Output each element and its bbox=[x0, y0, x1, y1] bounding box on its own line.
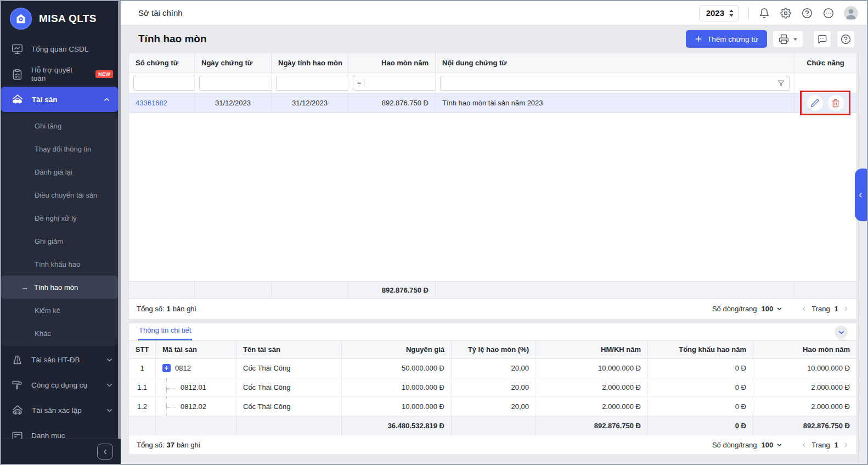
sidebar-item-tai-san-xac-lap[interactable]: Tài sản xác lập bbox=[1, 397, 121, 423]
prev-page-button[interactable] bbox=[801, 442, 807, 448]
asset-row[interactable]: 1.1 0812.01 Cốc Thái Công 10.000.000 Đ 2… bbox=[129, 378, 856, 397]
submenu-item-tinh-hao-mon[interactable]: → Tính hao mòn bbox=[1, 276, 118, 299]
submenu-item-thay-doi-thong-tin[interactable]: Thay đổi thông tin bbox=[1, 137, 118, 160]
asset-name: Cốc Thái Công bbox=[236, 397, 342, 416]
filter-ngay-chung-tu-input[interactable] bbox=[204, 76, 272, 90]
settings-gear-icon[interactable] bbox=[780, 7, 792, 19]
more-options-icon[interactable] bbox=[822, 7, 835, 19]
detail-panel: Thông tin chi tiết STT Mã tài sản Tên tà… bbox=[128, 323, 857, 454]
user-avatar[interactable] bbox=[844, 6, 858, 20]
page-label: Trang bbox=[811, 441, 830, 449]
asset-row[interactable]: 1.2 0812.02 Cốc Thái Công 10.000.000 Đ 2… bbox=[129, 397, 856, 416]
sidebar-collapse-button[interactable] bbox=[97, 444, 113, 460]
add-voucher-button[interactable]: Thêm chứng từ bbox=[686, 30, 767, 48]
year-selector[interactable]: 2023 bbox=[699, 5, 739, 21]
filter-so-chung-tu-input[interactable] bbox=[138, 76, 195, 90]
sidebar-item-tai-san[interactable]: Tài sản bbox=[1, 87, 118, 112]
column-header[interactable]: Ngày tính hao mòn bbox=[272, 53, 348, 72]
notifications-bell-icon[interactable] bbox=[758, 7, 770, 19]
side-panel-expand-handle[interactable] bbox=[855, 169, 867, 221]
rows-per-page-value: 100 bbox=[762, 441, 774, 449]
submenu-item-ghi-tang[interactable]: Ghi tăng bbox=[1, 114, 118, 137]
column-header[interactable]: Nguyên giá bbox=[342, 341, 452, 358]
record-count: Tổng số: 37 bản ghi bbox=[137, 441, 200, 449]
rows-per-page-select[interactable]: 100 bbox=[762, 441, 783, 449]
submenu-item-ghi-giam[interactable]: Ghi giảm bbox=[1, 229, 118, 253]
asset-code: 0812 bbox=[175, 364, 191, 372]
filter-ngay-tinh-hao-mon-input[interactable] bbox=[280, 76, 348, 90]
column-header[interactable]: HM/KH năm bbox=[536, 341, 648, 358]
next-page-button[interactable] bbox=[843, 442, 849, 448]
record-count: Tổng số: 1 bản ghi bbox=[137, 305, 196, 313]
depreciation-rate: 20,00 bbox=[452, 378, 536, 397]
sidebar-item-cong-cu-dung-cu[interactable]: Công cụ dụng cụ bbox=[1, 372, 121, 397]
wear-year: 10.000.000 Đ bbox=[753, 359, 856, 378]
page-number[interactable]: 1 bbox=[835, 305, 838, 313]
sidebar-item-tong-quan-csdl[interactable]: Tổng quan CSDL bbox=[1, 36, 121, 61]
filter-hao-mon-nam-input[interactable] bbox=[369, 76, 436, 90]
voucher-row[interactable]: 43361682 31/12/2023 31/12/2023 892.876.7… bbox=[129, 93, 856, 113]
expand-plus-icon[interactable] bbox=[162, 364, 171, 372]
rows-per-page-select[interactable]: 100 bbox=[762, 305, 783, 313]
column-header[interactable]: Tổng khấu hao năm bbox=[648, 341, 753, 358]
column-header[interactable]: Tên tài sản bbox=[236, 341, 342, 358]
page-number[interactable]: 1 bbox=[835, 441, 838, 449]
chevron-down-icon bbox=[106, 356, 113, 363]
detail-collapse-button[interactable] bbox=[835, 326, 848, 339]
depreciation-rate: 20,00 bbox=[452, 359, 536, 378]
toolbar-actions: Thêm chứng từ bbox=[686, 30, 855, 48]
submenu-item-danh-gia-lai[interactable]: Đánh giá lại bbox=[1, 160, 118, 183]
prev-page-button[interactable] bbox=[801, 306, 807, 312]
grid-pagination: Tổng số: 1 bản ghi Số dòng/trang 100 Tra… bbox=[129, 299, 856, 320]
column-header[interactable]: Nội dung chứng từ bbox=[436, 53, 794, 72]
column-header[interactable]: Số chứng từ bbox=[129, 53, 195, 72]
total-wear-year: 892.876.750 Đ bbox=[753, 416, 856, 435]
stepper-icon[interactable] bbox=[729, 9, 734, 18]
column-header[interactable]: Hao mòn năm bbox=[753, 341, 856, 358]
sidebar-item-ho-tro-quyet-toan[interactable]: Hỗ trợ quyết toán NEW bbox=[1, 61, 121, 87]
column-header[interactable]: Mã tài sản bbox=[156, 341, 236, 358]
submenu-item-kiem-ke[interactable]: Kiểm kê bbox=[1, 299, 118, 322]
asset-row[interactable]: 1 0812 Cốc Thái Công 50.000.000 Đ 20,00 … bbox=[129, 359, 856, 378]
delete-button[interactable] bbox=[828, 95, 844, 111]
column-header[interactable]: Tỷ lệ hao mòn (%) bbox=[452, 341, 536, 358]
yearly-depreciation-value: 892.876.750 Đ bbox=[348, 93, 436, 113]
sidebar: MISA QLTS Tổng quan CSDL Hỗ trợ quyết to… bbox=[1, 1, 121, 464]
brand-name: MISA QLTS bbox=[39, 13, 97, 25]
edit-button[interactable] bbox=[807, 95, 823, 111]
equals-operator[interactable]: = bbox=[357, 79, 365, 87]
submenu-item-dieu-chuyen-tai-san[interactable]: Điều chuyển tài sản bbox=[1, 183, 118, 206]
help-circle-icon bbox=[841, 34, 851, 44]
sidebar-footer bbox=[1, 439, 121, 464]
tab-thong-tin-chi-tiet[interactable]: Thông tin chi tiết bbox=[138, 326, 192, 340]
total-hm-kh-year: 892.876.750 Đ bbox=[536, 416, 648, 435]
submenu-item-tinh-khau-hao[interactable]: Tính khấu hao bbox=[1, 253, 118, 276]
help-button[interactable] bbox=[837, 30, 855, 48]
next-page-button[interactable] bbox=[843, 306, 849, 312]
feedback-chat-button[interactable] bbox=[813, 30, 831, 48]
chevron-down-icon bbox=[776, 306, 782, 312]
stt: 1.1 bbox=[129, 378, 156, 397]
total-depreciation-year: 0 Đ bbox=[648, 378, 753, 397]
submenu-item-de-nghi-xu-ly[interactable]: Đề nghị xử lý bbox=[1, 206, 118, 229]
voucher-number-link[interactable]: 43361682 bbox=[136, 99, 167, 107]
brand: MISA QLTS bbox=[1, 1, 121, 36]
column-header[interactable]: STT bbox=[129, 341, 156, 358]
funnel-icon[interactable] bbox=[777, 79, 785, 87]
help-icon[interactable] bbox=[801, 7, 813, 19]
caret-down-icon bbox=[793, 37, 798, 42]
column-header[interactable]: Hao mòn năm bbox=[348, 53, 436, 72]
clipboard-icon bbox=[12, 69, 23, 80]
vertical-scrollbar[interactable] bbox=[858, 53, 867, 464]
road-icon bbox=[12, 354, 23, 366]
submenu-item-khac[interactable]: Khác bbox=[1, 322, 118, 345]
sidebar-item-tai-san-ht-db[interactable]: Tài sản HT-ĐB bbox=[1, 347, 121, 372]
print-button[interactable] bbox=[773, 30, 803, 48]
column-header[interactable]: Ngày chứng từ bbox=[195, 53, 272, 72]
asset-name: Cốc Thái Công bbox=[236, 359, 342, 378]
filter-noi-dung-input[interactable] bbox=[444, 76, 773, 90]
submenu-label: Ghi giảm bbox=[35, 237, 63, 245]
column-header: Chức năng bbox=[794, 53, 856, 72]
submenu-label: Tính hao mòn bbox=[34, 283, 78, 292]
asset-name: Cốc Thái Công bbox=[236, 378, 342, 397]
